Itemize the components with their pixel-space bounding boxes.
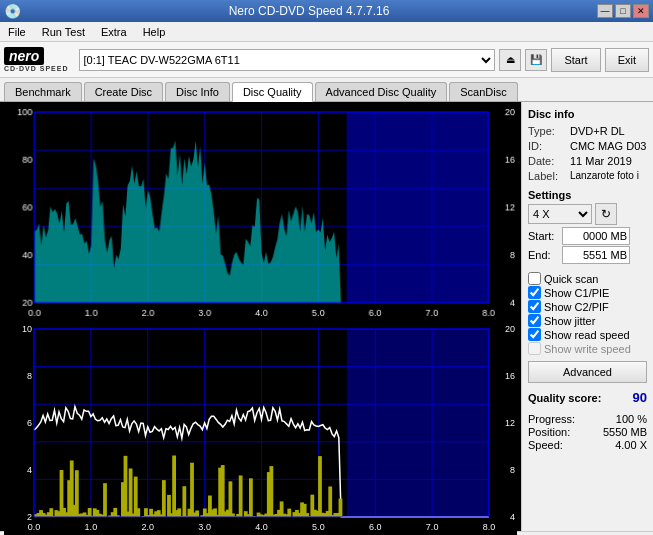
showjitter-checkbox[interactable] xyxy=(528,314,541,327)
advanced-button[interactable]: Advanced xyxy=(528,361,647,383)
menu-runtest[interactable]: Run Test xyxy=(38,24,89,40)
quality-value: 90 xyxy=(633,390,647,405)
eject-button[interactable]: ⏏ xyxy=(499,49,521,71)
disc-type-row: Type: DVD+R DL xyxy=(528,125,647,137)
date-label: Date: xyxy=(528,155,566,167)
tab-discinfo[interactable]: Disc Info xyxy=(165,82,230,101)
nero-sub: CD·DVD SPEED xyxy=(4,65,69,72)
id-value: CMC MAG D03 xyxy=(570,140,646,152)
progress-section: Progress: 100 % Position: 5550 MB Speed:… xyxy=(528,412,647,452)
showreadspeed-checkbox[interactable] xyxy=(528,328,541,341)
right-panel: Disc info Type: DVD+R DL ID: CMC MAG D03… xyxy=(521,102,653,531)
progress-value: 100 % xyxy=(616,413,647,425)
minimize-button[interactable]: — xyxy=(597,4,613,18)
main-content: Disc info Type: DVD+R DL ID: CMC MAG D03… xyxy=(0,102,653,531)
refresh-button[interactable]: ↻ xyxy=(595,203,617,225)
quality-row: Quality score: 90 xyxy=(528,390,647,405)
exit-button[interactable]: Exit xyxy=(605,48,649,72)
nero-logo: nero xyxy=(9,48,39,64)
position-value: 5550 MB xyxy=(603,426,647,438)
showc2-row: Show C2/PIF xyxy=(528,300,647,313)
tab-discquality[interactable]: Disc Quality xyxy=(232,82,313,102)
disc-label-row: Label: Lanzarote foto i xyxy=(528,170,647,182)
top-chart xyxy=(4,106,517,321)
menubar: File Run Test Extra Help xyxy=(0,22,653,42)
disc-date-row: Date: 11 Mar 2019 xyxy=(528,155,647,167)
disc-info-title: Disc info xyxy=(528,108,647,120)
end-input[interactable] xyxy=(562,246,630,264)
position-label: Position: xyxy=(528,426,570,438)
type-value: DVD+R DL xyxy=(570,125,625,137)
showreadspeed-row: Show read speed xyxy=(528,328,647,341)
menu-help[interactable]: Help xyxy=(139,24,170,40)
menu-extra[interactable]: Extra xyxy=(97,24,131,40)
speed-value: 4.00 X xyxy=(615,439,647,451)
progress-label: Progress: xyxy=(528,413,575,425)
app-icon: 💿 xyxy=(4,3,21,19)
position-row: Position: 5550 MB xyxy=(528,426,647,438)
showjitter-label: Show jitter xyxy=(544,315,595,327)
bottom-chart xyxy=(4,323,517,535)
speed-label: Speed: xyxy=(528,439,563,451)
showwritespeed-label: Show write speed xyxy=(544,343,631,355)
start-label: Start: xyxy=(528,230,558,242)
end-label: End: xyxy=(528,249,558,261)
end-row: End: xyxy=(528,246,647,264)
showc1-row: Show C1/PIE xyxy=(528,286,647,299)
start-row: Start: xyxy=(528,227,647,245)
speed-row: Speed: 4.00 X xyxy=(528,439,647,451)
charts-area xyxy=(0,102,521,531)
tab-benchmark[interactable]: Benchmark xyxy=(4,82,82,101)
drive-select[interactable]: [0:1] TEAC DV-W522GMA 6T11 xyxy=(79,49,496,71)
titlebar: 💿 Nero CD-DVD Speed 4.7.7.16 — □ ✕ xyxy=(0,0,653,22)
app-title: Nero CD-DVD Speed 4.7.7.16 xyxy=(21,4,597,18)
settings-section: Settings 4 X 1 X 2 X 8 X Max ↻ Start: En… xyxy=(528,189,647,265)
menu-file[interactable]: File xyxy=(4,24,30,40)
progress-row: Progress: 100 % xyxy=(528,413,647,425)
disc-id-row: ID: CMC MAG D03 xyxy=(528,140,647,152)
tabs: Benchmark Create Disc Disc Info Disc Qua… xyxy=(0,78,653,102)
id-label: ID: xyxy=(528,140,566,152)
showwritespeed-row: Show write speed xyxy=(528,342,647,355)
save-button[interactable]: 💾 xyxy=(525,49,547,71)
toolbar: nero CD·DVD SPEED [0:1] TEAC DV-W522GMA … xyxy=(0,42,653,78)
tab-createdisc[interactable]: Create Disc xyxy=(84,82,163,101)
speed-select[interactable]: 4 X 1 X 2 X 8 X Max xyxy=(528,204,592,224)
showc2-checkbox[interactable] xyxy=(528,300,541,313)
quickscan-row: Quick scan xyxy=(528,272,647,285)
label-value: Lanzarote foto i xyxy=(570,170,639,182)
tab-scandisc[interactable]: ScanDisc xyxy=(449,82,517,101)
showc1-checkbox[interactable] xyxy=(528,286,541,299)
showc1-label: Show C1/PIE xyxy=(544,287,609,299)
restore-button[interactable]: □ xyxy=(615,4,631,18)
label-label: Label: xyxy=(528,170,566,182)
showc2-label: Show C2/PIF xyxy=(544,301,609,313)
date-value: 11 Mar 2019 xyxy=(570,155,632,167)
tab-advanceddiscquality[interactable]: Advanced Disc Quality xyxy=(315,82,448,101)
quickscan-checkbox[interactable] xyxy=(528,272,541,285)
close-button[interactable]: ✕ xyxy=(633,4,649,18)
showwritespeed-checkbox xyxy=(528,342,541,355)
showreadspeed-label: Show read speed xyxy=(544,329,630,341)
settings-title: Settings xyxy=(528,189,647,201)
quality-label: Quality score: xyxy=(528,392,601,404)
type-label: Type: xyxy=(528,125,566,137)
showjitter-row: Show jitter xyxy=(528,314,647,327)
checkboxes-section: Quick scan Show C1/PIE Show C2/PIF Show … xyxy=(528,271,647,356)
quickscan-label: Quick scan xyxy=(544,273,598,285)
start-button[interactable]: Start xyxy=(551,48,600,72)
start-input[interactable] xyxy=(562,227,630,245)
